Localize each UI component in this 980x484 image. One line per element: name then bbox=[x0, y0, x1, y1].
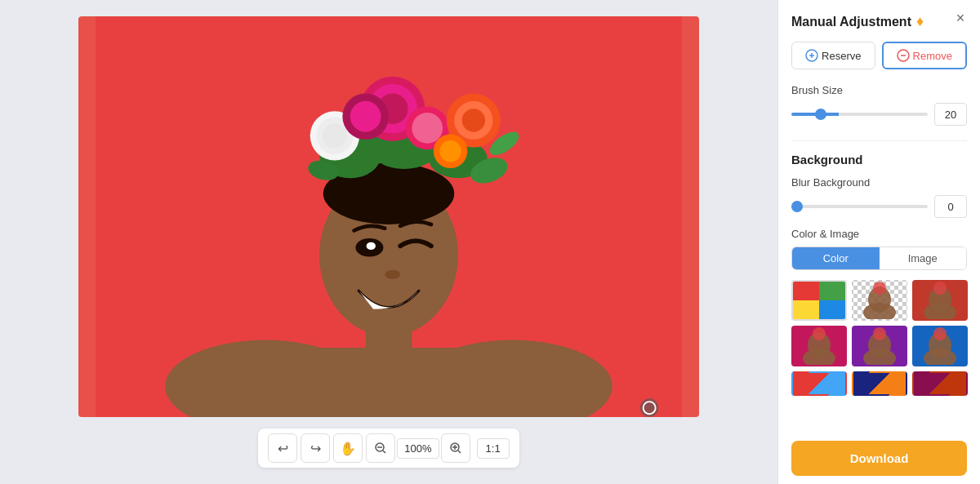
manual-adjustment-label: Manual Adjustment bbox=[791, 15, 911, 29]
svg-point-25 bbox=[439, 140, 461, 162]
remove-label: Remove bbox=[913, 50, 952, 62]
thumb-purple-bg[interactable] bbox=[852, 326, 907, 366]
thumb-gradient3[interactable] bbox=[912, 371, 968, 396]
blur-value: 0 bbox=[934, 195, 967, 218]
main-image bbox=[78, 16, 699, 417]
svg-point-30 bbox=[367, 242, 376, 250]
background-title: Background bbox=[791, 153, 967, 167]
reserve-label: Reserve bbox=[822, 50, 861, 62]
brush-size-label: Brush Size bbox=[791, 84, 967, 96]
toolbar: ↩ ↪ ✋ 100% bbox=[258, 428, 519, 468]
blur-label: Blur Background bbox=[791, 176, 967, 189]
tab-color[interactable]: Color bbox=[792, 247, 880, 269]
svg-rect-6 bbox=[250, 348, 528, 417]
color-image-tabs: Color Image bbox=[791, 246, 967, 270]
background-section: Background Blur Background 0 Color & Ima… bbox=[791, 153, 967, 396]
svg-point-31 bbox=[385, 270, 400, 279]
zoom-out-icon bbox=[375, 442, 386, 454]
hand-icon: ✋ bbox=[340, 441, 356, 456]
redo-icon: ↪ bbox=[310, 441, 321, 456]
section-title: Manual Adjustment ♦ bbox=[791, 13, 967, 30]
thumb-pink-bg[interactable] bbox=[791, 326, 847, 366]
brush-size-slider[interactable] bbox=[791, 113, 928, 116]
thumbnails-grid bbox=[791, 280, 967, 366]
color-image-label: Color & Image bbox=[791, 228, 967, 240]
tab-image[interactable]: Image bbox=[880, 247, 967, 269]
ratio-button[interactable]: 1:1 bbox=[477, 438, 510, 459]
zoom-out-button[interactable] bbox=[366, 433, 395, 463]
hand-tool-button[interactable]: ✋ bbox=[333, 433, 363, 463]
zoom-in-icon bbox=[450, 442, 461, 454]
thumb-dark-blue-bg[interactable] bbox=[912, 326, 968, 366]
svg-point-57 bbox=[873, 327, 886, 340]
blur-slider[interactable] bbox=[791, 205, 928, 208]
canvas-area: ↩ ↪ ✋ 100% bbox=[0, 0, 777, 484]
svg-point-48 bbox=[873, 282, 886, 295]
svg-point-60 bbox=[933, 327, 947, 340]
download-button[interactable]: Download bbox=[791, 441, 967, 476]
remove-minus-icon bbox=[897, 49, 910, 62]
reserve-button[interactable]: Reserve bbox=[791, 42, 875, 69]
redo-button[interactable]: ↪ bbox=[301, 433, 330, 463]
thumb-transparent[interactable] bbox=[852, 280, 907, 321]
zoom-level: 100% bbox=[397, 438, 439, 459]
thumbnails-row2 bbox=[791, 371, 967, 396]
thumb-gradient2[interactable] bbox=[852, 371, 907, 396]
blur-section: Blur Background 0 bbox=[791, 176, 967, 218]
svg-line-36 bbox=[383, 451, 385, 453]
svg-point-13 bbox=[323, 123, 347, 148]
thumb-gradient1[interactable] bbox=[791, 371, 847, 396]
svg-point-51 bbox=[933, 282, 947, 295]
brush-size-value: 20 bbox=[934, 103, 967, 126]
thumb-color-swatch[interactable] bbox=[791, 280, 847, 321]
close-icon: × bbox=[956, 10, 965, 27]
blur-slider-row: 0 bbox=[791, 195, 967, 218]
right-panel: × Manual Adjustment ♦ Reserve bbox=[777, 0, 980, 484]
svg-line-40 bbox=[458, 451, 461, 453]
divider bbox=[791, 140, 967, 141]
close-button[interactable]: × bbox=[951, 8, 970, 28]
action-buttons: Reserve Remove bbox=[791, 42, 967, 69]
brush-size-section: Brush Size 20 bbox=[791, 84, 967, 126]
undo-button[interactable]: ↩ bbox=[268, 433, 297, 463]
premium-icon: ♦ bbox=[916, 13, 924, 30]
undo-icon: ↩ bbox=[278, 441, 288, 456]
zoom-controls: 100% bbox=[366, 433, 470, 463]
svg-point-18 bbox=[412, 113, 443, 144]
remove-button[interactable]: Remove bbox=[882, 42, 968, 69]
reserve-plus-icon bbox=[805, 49, 818, 62]
panel-content: Manual Adjustment ♦ Reserve Remove bbox=[778, 0, 980, 433]
zoom-in-button[interactable] bbox=[441, 433, 470, 463]
svg-point-54 bbox=[813, 327, 826, 340]
svg-point-23 bbox=[350, 101, 381, 132]
brush-slider-row: 20 bbox=[791, 103, 967, 126]
svg-point-21 bbox=[462, 109, 485, 131]
thumb-red-bg[interactable] bbox=[912, 280, 968, 321]
